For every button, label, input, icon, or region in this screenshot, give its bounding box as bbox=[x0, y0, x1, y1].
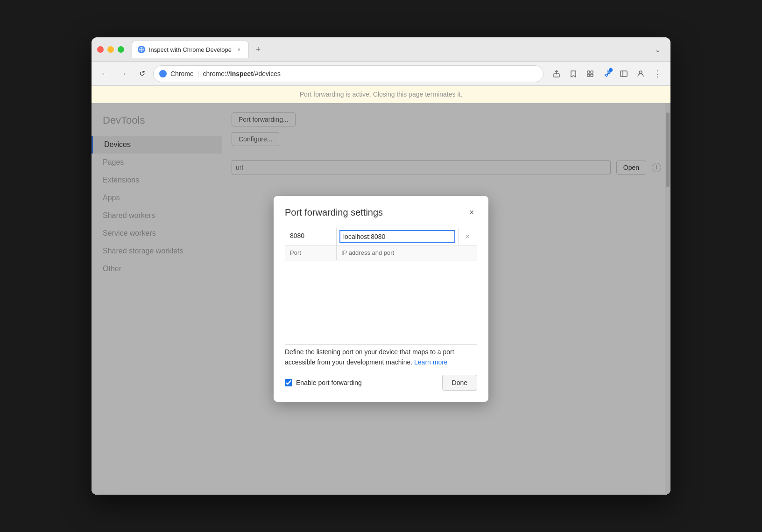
active-tab[interactable]: Inspect with Chrome Develope × bbox=[132, 41, 249, 58]
page-content: Port forwarding is active. Closing this … bbox=[92, 86, 670, 495]
more-button[interactable]: ⋮ bbox=[650, 66, 665, 81]
modal-footer: Enable port forwarding Done bbox=[285, 375, 477, 391]
address-url-prefix: chrome:// bbox=[203, 70, 230, 77]
tab-favicon bbox=[138, 46, 145, 53]
port-forwarding-modal: Port forwarding settings × 8080 bbox=[274, 196, 488, 402]
pf-empty-area bbox=[285, 260, 477, 344]
profile-button[interactable] bbox=[633, 66, 648, 81]
main-layout: DevTools Devices Pages Extensions Apps S… bbox=[92, 103, 670, 495]
pf-port-input[interactable]: 8080 bbox=[290, 232, 332, 239]
modal-close-button[interactable]: × bbox=[466, 207, 477, 218]
modal-title: Port forwarding settings bbox=[285, 207, 383, 218]
pf-port-cell: 8080 bbox=[285, 228, 337, 245]
extensions-button[interactable] bbox=[583, 66, 598, 81]
enable-port-forwarding-checkbox[interactable] bbox=[285, 379, 292, 386]
bookmark-button[interactable] bbox=[566, 66, 581, 81]
pf-header-row: Port IP address and port bbox=[285, 245, 477, 260]
enable-port-forwarding-label[interactable]: Enable port forwarding bbox=[285, 379, 437, 386]
tab-close-button[interactable]: × bbox=[235, 46, 243, 53]
address-url-bold: inspect bbox=[230, 70, 253, 77]
svg-rect-11 bbox=[591, 74, 593, 77]
pf-address-input[interactable] bbox=[339, 230, 455, 243]
pf-col-port: Port bbox=[285, 245, 337, 260]
done-button[interactable]: Done bbox=[442, 375, 477, 391]
minimize-window-button[interactable] bbox=[107, 46, 114, 53]
delete-icon: × bbox=[466, 232, 470, 241]
browser-window: Inspect with Chrome Develope × + ⌄ ← → ↺… bbox=[92, 37, 670, 495]
tab-bar: Inspect with Chrome Develope × + ⌄ bbox=[132, 41, 665, 58]
checkbox-label-text: Enable port forwarding bbox=[296, 379, 362, 386]
site-favicon bbox=[159, 70, 167, 77]
svg-point-15 bbox=[639, 71, 642, 74]
tab-overflow-button[interactable]: ⌄ bbox=[650, 42, 665, 57]
svg-rect-10 bbox=[587, 74, 590, 77]
new-tab-button[interactable]: + bbox=[251, 42, 266, 57]
title-bar: Inspect with Chrome Develope × + ⌄ bbox=[92, 37, 670, 62]
modal-header: Port forwarding settings × bbox=[285, 207, 477, 218]
sidebar-button[interactable] bbox=[616, 66, 631, 81]
forward-button[interactable]: → bbox=[116, 66, 131, 81]
pf-address-cell bbox=[337, 228, 458, 245]
address-url: chrome://inspect/#devices bbox=[203, 70, 281, 77]
svg-rect-8 bbox=[587, 71, 590, 73]
banner-text: Port forwarding is active. Closing this … bbox=[300, 91, 463, 98]
share-button[interactable] bbox=[549, 66, 564, 81]
svg-rect-13 bbox=[621, 71, 627, 77]
port-forwarding-banner: Port forwarding is active. Closing this … bbox=[92, 86, 670, 103]
modal-description: Define the listening port on your device… bbox=[285, 347, 477, 368]
address-chrome-label: Chrome bbox=[170, 70, 194, 77]
nav-bar: ← → ↺ Chrome | chrome://inspect/#devices bbox=[92, 62, 670, 86]
maximize-window-button[interactable] bbox=[118, 46, 124, 53]
pf-data-row: 8080 × bbox=[285, 228, 477, 245]
learn-more-link[interactable]: Learn more bbox=[414, 358, 448, 366]
svg-rect-9 bbox=[591, 71, 593, 73]
address-url-suffix: /#devices bbox=[253, 70, 281, 77]
reload-button[interactable]: ↺ bbox=[134, 66, 149, 81]
pf-delete-button[interactable]: × bbox=[458, 228, 477, 245]
nav-actions: ⋮ bbox=[549, 66, 665, 81]
traffic-lights bbox=[97, 46, 124, 53]
pf-col-address: IP address and port bbox=[337, 245, 477, 260]
back-button[interactable]: ← bbox=[97, 66, 112, 81]
extension-pin-button[interactable] bbox=[600, 66, 614, 81]
modal-overlay: Port forwarding settings × 8080 bbox=[92, 103, 670, 495]
close-window-button[interactable] bbox=[97, 46, 104, 53]
address-separator: | bbox=[198, 70, 199, 77]
tab-title: Inspect with Chrome Develope bbox=[149, 46, 232, 53]
extension-badge bbox=[609, 68, 613, 72]
pf-table: 8080 × Port IP address an bbox=[285, 228, 477, 345]
address-bar[interactable]: Chrome | chrome://inspect/#devices bbox=[153, 65, 543, 82]
